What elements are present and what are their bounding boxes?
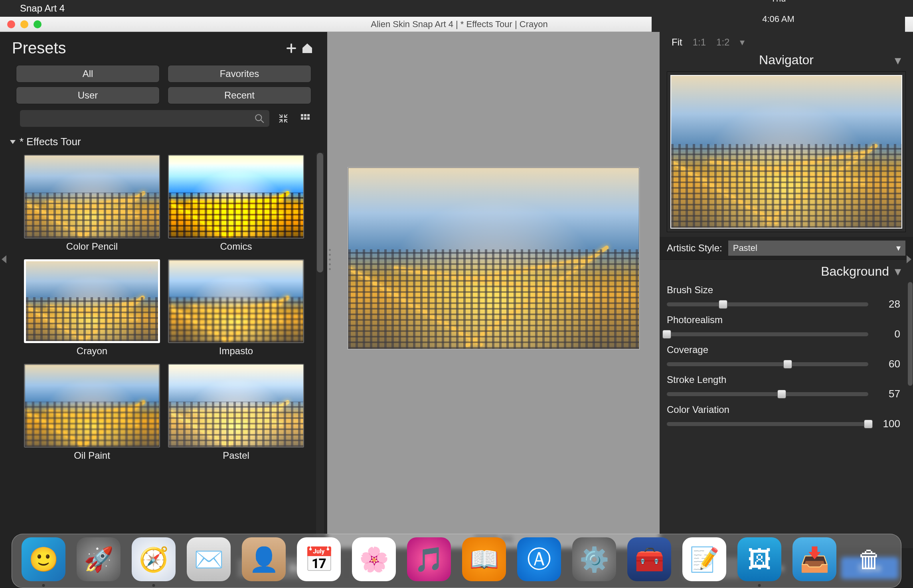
finder-icon: 🙂 <box>29 545 59 574</box>
panel-resize-handle[interactable] <box>327 247 332 271</box>
inspector-scrollbar[interactable] <box>907 282 913 548</box>
mac-menubar: Snap Art 4 Thu 4:06 AM <box>0 0 913 17</box>
running-indicator <box>758 584 761 587</box>
mail-icon: ✉️ <box>194 545 224 574</box>
expand-right-icon[interactable] <box>907 255 911 263</box>
launchpad-icon: 🚀 <box>84 545 114 574</box>
safari-icon: 🧭 <box>139 545 169 574</box>
group-title: * Effects Tour <box>20 136 81 148</box>
slider-knob[interactable] <box>662 330 671 339</box>
slider-knob[interactable] <box>719 300 727 309</box>
preset-comics[interactable]: Comics <box>168 155 304 255</box>
slider-track[interactable] <box>667 362 868 366</box>
preferences-icon: ⚙️ <box>579 545 609 574</box>
dock-calendar[interactable]: 📅 <box>297 537 341 581</box>
dock-toolbox[interactable]: 🧰 <box>627 537 671 581</box>
artistic-style-value: Pastel <box>733 243 757 253</box>
preset-crayon[interactable]: ★Crayon <box>24 259 160 360</box>
dock-ibooks[interactable]: 📖 <box>462 537 506 581</box>
slider-label: Color Variation <box>667 404 900 415</box>
slider-knob[interactable] <box>777 390 786 399</box>
svg-line-11 <box>261 120 264 123</box>
navigator-menu-icon[interactable]: ▾ <box>895 53 901 68</box>
tab-user[interactable]: User <box>16 87 160 104</box>
preset-pastel[interactable]: Pastel <box>168 364 304 464</box>
navigator-box <box>667 71 906 232</box>
add-preset-button[interactable] <box>283 40 299 56</box>
search-input[interactable] <box>20 110 269 127</box>
menubar-day[interactable]: Thu <box>771 0 786 4</box>
preset-impasto[interactable]: Impasto <box>168 259 304 360</box>
slider-label: Coverage <box>667 344 900 355</box>
slider-stroke-length: Stroke Length57 <box>667 372 900 402</box>
slider-knob[interactable] <box>783 360 792 369</box>
slider-knob[interactable] <box>864 420 873 428</box>
zoom-window-button[interactable] <box>34 20 42 28</box>
dock-appstore[interactable]: Ⓐ <box>517 537 561 581</box>
dock-itunes[interactable]: 🎵 <box>407 537 451 581</box>
preset-group-header[interactable]: * Effects Tour <box>0 131 327 153</box>
presets-scrollbar[interactable] <box>316 153 324 548</box>
slider-value: 0 <box>876 328 900 340</box>
collapse-icon[interactable] <box>275 110 291 126</box>
preset-label: Oil Paint <box>74 449 110 464</box>
artistic-style-select[interactable]: Pastel ▾ <box>728 240 906 256</box>
preview-image[interactable] <box>348 168 639 349</box>
presets-panel: Presets All Favorites User Recent <box>0 32 327 548</box>
dock-contacts[interactable]: 👤 <box>242 537 286 581</box>
window-title: Alien Skin Snap Art 4 | * Effects Tour |… <box>42 19 877 30</box>
contacts-icon: 👤 <box>249 545 279 574</box>
navigator-thumbnail[interactable] <box>670 75 902 229</box>
slider-color-variation: Color Variation100 <box>667 402 900 432</box>
preset-color-pencil[interactable]: Color Pencil <box>24 155 160 255</box>
artistic-style-label: Artistic Style: <box>667 243 722 254</box>
tab-all[interactable]: All <box>16 65 160 83</box>
inspector-panel: Fit 1:1 1:2 ▾ Navigator ▾ Artistic Style… <box>660 32 913 548</box>
dock-preferences[interactable]: ⚙️ <box>572 537 616 581</box>
dock-finder[interactable]: 🙂 <box>22 537 65 581</box>
zoom-1-1[interactable]: 1:1 <box>693 37 706 48</box>
dock-snapart[interactable]: 🖼 <box>737 537 781 581</box>
slider-track[interactable] <box>667 332 868 336</box>
tab-recent[interactable]: Recent <box>168 87 311 104</box>
dock-textedit[interactable]: 📝 <box>682 537 726 581</box>
zoom-1-2[interactable]: 1:2 <box>716 37 729 48</box>
dock-trash[interactable]: 🗑 <box>848 537 891 581</box>
svg-rect-14 <box>307 114 310 116</box>
preset-oil-paint[interactable]: Oil Paint <box>24 364 160 464</box>
slider-value: 100 <box>876 418 900 430</box>
zoom-fit[interactable]: Fit <box>672 37 682 48</box>
slider-photorealism: Photorealism0 <box>667 312 900 342</box>
zoom-dropdown-icon[interactable]: ▾ <box>740 37 745 48</box>
dock-downloads[interactable]: 📥 <box>792 537 836 581</box>
favorite-star-icon[interactable]: ★ <box>146 264 155 277</box>
section-title: Background <box>821 264 889 279</box>
calendar-icon: 📅 <box>304 545 334 574</box>
expand-left-icon[interactable] <box>2 255 6 263</box>
slider-track[interactable] <box>667 422 868 426</box>
svg-rect-17 <box>307 117 310 120</box>
ibooks-icon: 📖 <box>469 545 499 574</box>
grid-view-icon[interactable] <box>297 110 313 126</box>
trash-icon: 🗑 <box>858 546 881 573</box>
slider-track[interactable] <box>667 392 868 396</box>
dock-mail[interactable]: ✉️ <box>187 537 231 581</box>
slider-track[interactable] <box>667 302 868 306</box>
close-window-button[interactable] <box>7 20 15 28</box>
presets-title: Presets <box>12 39 66 57</box>
dock-safari[interactable]: 🧭 <box>132 537 176 581</box>
svg-rect-12 <box>301 114 303 116</box>
dock-launchpad[interactable]: 🚀 <box>77 537 121 581</box>
slider-value: 57 <box>876 388 900 400</box>
slider-label: Brush Size <box>667 284 900 296</box>
menubar-app[interactable]: Snap Art 4 <box>20 3 65 14</box>
minimize-window-button[interactable] <box>20 20 28 28</box>
svg-rect-13 <box>304 114 306 116</box>
dock-photos[interactable]: 🌸 <box>352 537 396 581</box>
dock: 🙂🚀🧭✉️👤📅🌸🎵📖Ⓐ⚙️🧰📝🖼📥🗑 <box>12 534 901 588</box>
slider-value: 60 <box>876 358 900 370</box>
section-menu-icon[interactable]: ▾ <box>895 264 901 279</box>
slider-value: 28 <box>876 298 900 310</box>
tab-favorites[interactable]: Favorites <box>168 65 311 83</box>
home-button[interactable] <box>299 40 315 56</box>
